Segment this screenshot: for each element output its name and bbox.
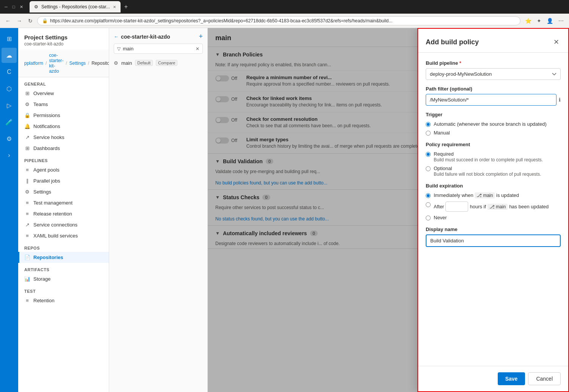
activity-pipelines[interactable]: ▷ [2,98,17,113]
minimize-button[interactable]: ─ [3,4,9,10]
activity-settings[interactable]: ⚙ [2,131,17,146]
sidebar-item-agent-pools[interactable]: ≡ Agent pools [18,164,109,175]
cancel-button[interactable]: Cancel [528,372,561,385]
expiration-after-radio[interactable] [426,202,431,207]
sidebar-item-service-connections[interactable]: ↗ Service connections [18,219,109,230]
settings-sidebar: Project Settings coe-starter-kit-azdo pp… [18,28,109,392]
display-name-input[interactable] [426,234,561,247]
sidebar-item-notifications[interactable]: 🔔 Notifications [18,121,109,132]
dashboards-icon: ⊞ [24,145,30,151]
release-retention-label: Release retention [33,211,72,217]
window-controls: ─ □ ✕ [3,4,24,10]
sidebar-item-storage[interactable]: 📊 Storage [18,273,109,284]
trigger-manual-option[interactable]: Manual [426,130,561,136]
sidebar-item-permissions[interactable]: 🔒 Permissions [18,110,109,121]
filter-clear-button[interactable]: ✕ [196,46,199,52]
sidebar-item-service-hooks[interactable]: ↗ Service hooks [18,132,109,143]
address-bar[interactable]: 🔒 https://dev.azure.com/pplatform/coe-st… [37,16,520,25]
expiration-never-option[interactable]: Never [426,215,561,220]
trigger-group: Trigger Automatic (whenever the source b… [426,112,561,136]
breadcrumb-sep1: / [45,61,47,66]
trigger-manual-radio[interactable] [426,131,431,136]
expiration-immediately-option[interactable]: Immediately when ⎇ main is updated [426,192,561,198]
release-retention-icon: ≡ [24,211,30,217]
filter-text: main [123,46,193,52]
sidebar-item-repositories[interactable]: 📄 Repositories [18,252,109,263]
xaml-icon: ≡ [24,233,30,239]
path-filter-group: Path filter (optional) ℹ [426,86,561,106]
expiration-immediately-label: Immediately when ⎇ main is updated [434,192,519,198]
back-button[interactable]: ← [4,16,12,25]
service-connections-label: Service connections [33,222,77,228]
trigger-automatic-label: Automatic (whenever the source branch is… [434,121,547,127]
activity-home[interactable]: ⊞ [2,31,17,46]
activity-repos[interactable]: ⬡ [2,81,17,96]
notifications-label: Notifications [33,123,60,129]
active-tab[interactable]: ⚙ Settings - Repositories (coe-star... ✕ [30,1,121,12]
forward-button[interactable]: → [15,16,24,25]
back-to-repos-button[interactable]: ← [114,34,119,39]
trigger-automatic-option[interactable]: Automatic (whenever the source branch is… [426,121,561,127]
sidebar-item-xaml-build[interactable]: ≡ XAML build services [18,230,109,241]
filter-icon: ▽ [117,46,121,52]
path-filter-input[interactable] [426,94,556,106]
sidebar-item-overview[interactable]: ⊞ Overview [18,88,109,99]
tab-bar: ⚙ Settings - Repositories (coe-star... ✕… [27,1,566,12]
extensions-icon[interactable]: ⭐ [524,16,533,25]
close-button[interactable]: ✕ [18,4,24,10]
sidebar-item-settings[interactable]: ⚙ Settings [18,186,109,197]
sidebar-item-test-management[interactable]: ≡ Test management [18,197,109,208]
add-repo-button[interactable]: + [199,33,203,41]
repo-filter[interactable]: ▽ main ✕ [114,44,203,54]
refresh-button[interactable]: ↻ [27,16,34,25]
add-build-policy-modal: Add build policy ✕ Build pipeline deploy… [417,28,569,392]
trigger-automatic-radio[interactable] [426,122,431,127]
save-button[interactable]: Save [498,372,525,385]
breadcrumb-sep3: / [88,61,89,66]
tab-title: Settings - Repositories (coe-star... [41,4,110,9]
policy-optional-option[interactable]: Optional Build failure will not block co… [426,166,561,177]
breadcrumb-project[interactable]: coe-starter-kit-azdo [49,53,63,74]
activity-boards[interactable]: C [2,64,17,80]
display-name-label: Display name [426,226,561,232]
sidebar-item-parallel-jobs[interactable]: ∥ Parallel jobs [18,175,109,186]
settings-title: Project Settings [24,34,103,41]
pipelines-section-label: Pipelines [18,154,109,164]
expiration-after-option[interactable]: After hours if ⎇ main has been updated [426,201,561,212]
activity-more[interactable]: › [2,148,17,163]
overview-icon: ⊞ [24,91,30,96]
new-tab-button[interactable]: + [122,3,130,10]
repo-item-main[interactable]: ⚙ main Default Compare [109,57,207,69]
build-expiration-group: Build expiration Immediately when ⎇ main [426,183,561,220]
service-hooks-icon: ↗ [24,134,30,140]
repos-label: Repositories [33,255,63,260]
sidebar-item-retention[interactable]: ≡ Retention [18,295,109,306]
sidebar-item-teams[interactable]: ⚙ Teams [18,99,109,110]
policy-optional-radio[interactable] [426,166,431,171]
maximize-button[interactable]: □ [11,4,17,10]
breadcrumb-settings[interactable]: Settings [69,61,86,66]
policy-required-option[interactable]: Required Build must succeed in order to … [426,151,561,162]
trigger-label: Trigger [426,112,561,117]
activity-azure[interactable]: ☁ [2,48,17,63]
sidebar-item-release-retention[interactable]: ≡ Release retention [18,208,109,219]
activity-test[interactable]: 🧪 [2,114,17,130]
main-content: main ▼ Branch Policies Note: If any requ… [208,28,569,392]
profile-icon[interactable]: 👤 [545,16,555,25]
favorites-icon[interactable]: ✦ [535,16,543,25]
menu-icon[interactable]: ⋯ [557,16,565,25]
breadcrumb-pplatform[interactable]: pplatform [24,61,43,66]
modal-close-button[interactable]: ✕ [552,36,561,48]
permissions-label: Permissions [33,112,60,118]
hours-input[interactable] [445,201,468,212]
repos-icon: 📄 [24,255,30,260]
policy-required-radio[interactable] [426,152,431,157]
sidebar-item-dashboards[interactable]: ⊞ Dashboards [18,143,109,154]
settings-label: Settings [33,189,51,195]
policy-requirement-group: Policy requirement Required Build must s… [426,142,561,177]
tab-close-button[interactable]: ✕ [113,5,116,9]
expiration-never-radio[interactable] [426,216,431,220]
expiration-immediately-radio[interactable] [426,193,431,198]
build-pipeline-select[interactable]: deploy-prod-MyNewSolution [426,68,561,80]
test-mgmt-icon: ≡ [24,200,30,206]
